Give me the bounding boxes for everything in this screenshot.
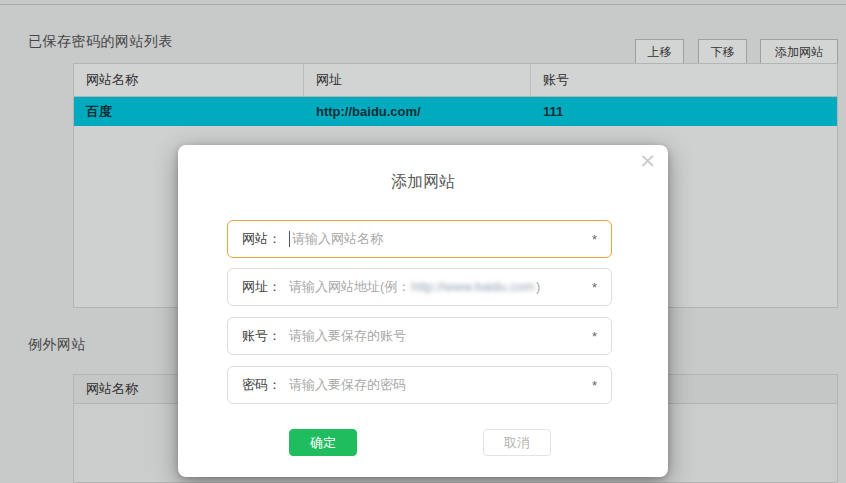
password-label: 密码： <box>242 376 281 394</box>
close-icon[interactable]: × <box>639 149 656 171</box>
text-cursor <box>289 231 290 247</box>
move-down-button[interactable]: 下移 <box>698 39 747 65</box>
required-asterisk: * <box>592 232 597 247</box>
row-site-account: 111 <box>531 104 837 119</box>
site-name-input[interactable]: 网站： 请输入网站名称 * <box>227 220 612 258</box>
site-url-input[interactable]: 网址： 请输入网站地址(例：http://www.baidu.com) * <box>227 268 612 306</box>
table-row[interactable]: 百度 http://baidu.com/ 111 <box>74 97 837 126</box>
password-input[interactable]: 密码： 请输入要保存的密码 * <box>227 366 612 404</box>
site-url-placeholder: 请输入网站地址(例：http://www.baidu.com) <box>289 278 540 296</box>
confirm-button[interactable]: 确定 <box>289 429 357 456</box>
add-site-dialog: × 添加网站 网站： 请输入网站名称 * 网址： 请输入网站地址(例：http:… <box>178 145 668 477</box>
required-asterisk: * <box>592 329 597 344</box>
row-site-url: http://baidu.com/ <box>304 104 531 119</box>
cancel-button[interactable]: 取消 <box>483 429 551 456</box>
saved-passwords-section-title: 已保存密码的网站列表 <box>28 33 173 51</box>
move-up-button[interactable]: 上移 <box>635 39 684 65</box>
window-top-border <box>0 4 846 5</box>
dialog-title: 添加网站 <box>178 172 668 193</box>
exception-sites-section-title: 例外网站 <box>28 336 86 354</box>
site-url-label: 网址： <box>242 278 281 296</box>
account-input[interactable]: 账号： 请输入要保存的账号 * <box>227 317 612 355</box>
blurred-example-url: http://www.baidu.com <box>411 279 535 294</box>
saved-table-header-account: 账号 <box>531 64 837 96</box>
add-site-button[interactable]: 添加网站 <box>760 39 838 65</box>
password-placeholder: 请输入要保存的密码 <box>289 376 406 394</box>
required-asterisk: * <box>592 280 597 295</box>
saved-table-header-url: 网址 <box>304 64 531 96</box>
site-name-placeholder: 请输入网站名称 <box>292 230 383 248</box>
account-placeholder: 请输入要保存的账号 <box>289 327 406 345</box>
saved-table-header: 网站名称 网址 账号 <box>74 64 837 97</box>
account-label: 账号： <box>242 327 281 345</box>
row-site-name: 百度 <box>74 103 304 121</box>
required-asterisk: * <box>592 378 597 393</box>
site-name-label: 网站： <box>242 230 281 248</box>
saved-table-header-name: 网站名称 <box>74 64 304 96</box>
